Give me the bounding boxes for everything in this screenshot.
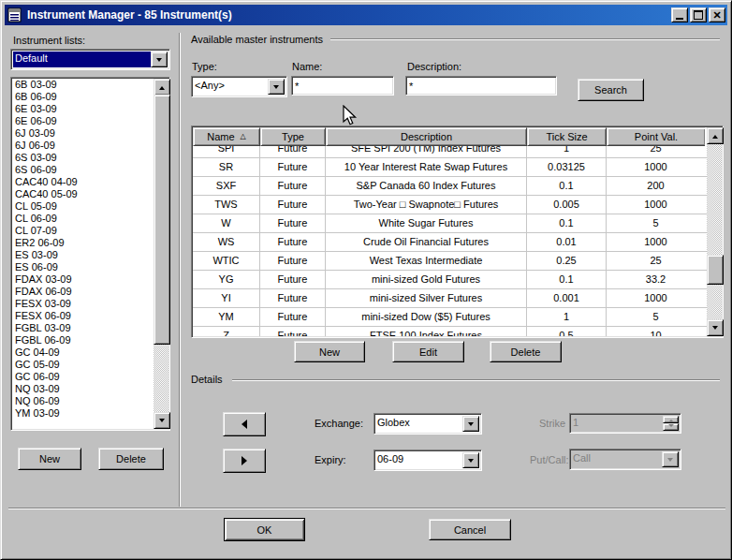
- list-item[interactable]: FESX 06-09: [12, 310, 154, 322]
- instrument-list-dropdown-button[interactable]: [151, 52, 168, 67]
- description-field-wrap: [405, 76, 557, 96]
- exchange-selected-value: Globex: [377, 416, 462, 432]
- putcall-dropdown-button[interactable]: [662, 451, 679, 467]
- table-row[interactable]: SXF Future S&P Canada 60 Index Futures 0…: [193, 177, 707, 196]
- list-item[interactable]: 6S 06-09: [12, 164, 154, 176]
- column-header-type[interactable]: Type: [260, 127, 326, 146]
- putcall-selected-value: Call: [573, 451, 662, 467]
- table-row[interactable]: WS Future Crude Oil Financial Futures 0.…: [193, 233, 707, 252]
- table-row[interactable]: W Future White Sugar Futures 0.1 5: [193, 214, 707, 233]
- instrument-manager-window: Instrument Manager - 85 Instrument(s) ✕ …: [0, 0, 732, 560]
- close-button[interactable]: ✕: [709, 7, 725, 22]
- search-button[interactable]: Search: [578, 79, 644, 101]
- scroll-down-button[interactable]: [707, 319, 724, 336]
- strike-spinner: 1: [569, 413, 681, 434]
- list-item[interactable]: CAC40 05-09: [12, 188, 154, 200]
- maximize-button[interactable]: [690, 7, 707, 22]
- list-item[interactable]: 6B 03-09: [12, 79, 154, 91]
- list-item[interactable]: FGBL 06-09: [12, 334, 154, 346]
- list-item[interactable]: GC 06-09: [12, 371, 154, 383]
- list-item[interactable]: 6B 06-09: [12, 91, 154, 103]
- exchange-combobox[interactable]: Globex: [373, 413, 482, 435]
- instrument-list-selected-value: Default: [13, 52, 152, 67]
- list-item[interactable]: 6J 03-09: [12, 127, 154, 140]
- scroll-up-button[interactable]: [154, 79, 170, 96]
- list-item[interactable]: ES 06-09: [12, 261, 154, 273]
- list-item[interactable]: CL 07-09: [12, 225, 154, 237]
- list-item[interactable]: GC 05-09: [12, 359, 154, 371]
- putcall-combobox: Call: [569, 449, 681, 470]
- cancel-button[interactable]: Cancel: [429, 519, 511, 540]
- strike-value: 1: [573, 416, 664, 431]
- strike-spin-down-button[interactable]: [663, 423, 679, 431]
- column-header-description[interactable]: Description: [326, 127, 527, 146]
- expiry-combobox[interactable]: 06-09: [373, 449, 482, 471]
- title-bar[interactable]: Instrument Manager - 85 Instrument(s) ✕: [5, 5, 727, 25]
- column-header-pointval[interactable]: Point Val.: [607, 127, 705, 146]
- table-row[interactable]: YG Future mini-sized Gold Futures 0.1 33…: [193, 271, 707, 289]
- list-item[interactable]: CAC40 04-09: [12, 176, 154, 188]
- list-item[interactable]: ER2 06-09: [12, 237, 154, 249]
- scroll-down-button[interactable]: [154, 412, 170, 429]
- column-header-ticksize[interactable]: Tick Size: [527, 127, 607, 146]
- table-delete-button[interactable]: Delete: [490, 341, 562, 362]
- arrow-up-icon: [712, 132, 718, 139]
- list-item[interactable]: 6S 03-09: [12, 152, 154, 164]
- list-item[interactable]: CL 05-09: [12, 200, 154, 213]
- table-scrollbar[interactable]: [707, 127, 722, 336]
- instrument-list-combobox[interactable]: Default: [10, 49, 170, 70]
- details-separator-line: [232, 379, 720, 381]
- type-combobox[interactable]: <Any>: [191, 76, 287, 97]
- list-item[interactable]: 6J 06-09: [12, 140, 154, 152]
- next-instrument-button[interactable]: [223, 449, 266, 473]
- minimize-button[interactable]: [671, 7, 688, 22]
- column-header-name[interactable]: Name △: [193, 127, 260, 146]
- list-delete-button[interactable]: Delete: [98, 448, 164, 470]
- list-item[interactable]: 6E 06-09: [12, 115, 154, 127]
- instrument-lists-label: Instrument lists:: [13, 35, 85, 46]
- table-edit-button[interactable]: Edit: [392, 341, 464, 362]
- list-item[interactable]: FDAX 06-09: [12, 286, 154, 298]
- name-input[interactable]: [295, 79, 390, 93]
- list-item[interactable]: FGBL 03-09: [12, 322, 154, 334]
- arrow-up-icon: [668, 417, 674, 422]
- name-field-wrap: [291, 76, 394, 96]
- table-header-row: Name △ Type Description Tick Size Point …: [193, 127, 707, 146]
- table-row[interactable]: TWS Future Two-Year □ Swapnote□ Futures …: [193, 196, 707, 214]
- previous-instrument-button[interactable]: [223, 412, 266, 436]
- name-label: Name:: [292, 61, 322, 72]
- list-item[interactable]: YM 03-09: [12, 407, 154, 420]
- arrow-down-icon: [712, 326, 718, 332]
- chevron-down-icon: [667, 458, 673, 464]
- scrollbar-thumb[interactable]: [707, 255, 724, 285]
- list-item[interactable]: GC 04-09: [12, 346, 154, 359]
- list-item[interactable]: NQ 03-09: [12, 383, 154, 395]
- list-item[interactable]: ES 03-09: [12, 249, 154, 261]
- strike-spin-up-button[interactable]: [663, 416, 679, 423]
- list-new-button[interactable]: New: [18, 448, 81, 470]
- scrollbar-thumb[interactable]: [154, 95, 170, 345]
- description-input[interactable]: [409, 79, 553, 93]
- table-row[interactable]: WTIC Future West Texas Intermediate 0.25…: [193, 252, 707, 271]
- list-item[interactable]: CL 06-09: [12, 213, 154, 225]
- list-item[interactable]: FESX 03-09: [12, 298, 154, 310]
- table-row[interactable]: YM Future mini-sized Dow ($5) Futures 1 …: [193, 308, 707, 327]
- sort-ascending-icon: △: [241, 133, 246, 140]
- table-new-button[interactable]: New: [294, 341, 365, 362]
- chevron-down-icon: [156, 58, 162, 65]
- table-row-partial-top[interactable]: SPI Future SFE SPI 200 (TM) Index Future…: [193, 146, 707, 158]
- app-icon: [7, 7, 22, 22]
- instrument-list-scrollbar[interactable]: [154, 79, 168, 429]
- list-item[interactable]: 6E 03-09: [12, 103, 154, 115]
- ok-button[interactable]: OK: [224, 518, 305, 541]
- list-item[interactable]: FDAX 03-09: [12, 273, 154, 286]
- table-row-partial-bottom[interactable]: Z Future FTSE 100 Index Futures 0.5 10: [193, 327, 707, 336]
- type-dropdown-button[interactable]: [268, 79, 285, 95]
- table-row[interactable]: SR Future 10 Year Interest Rate Swap Fut…: [193, 158, 707, 177]
- expiry-dropdown-button[interactable]: [462, 452, 479, 468]
- exchange-dropdown-button[interactable]: [462, 416, 479, 432]
- instrument-listbox[interactable]: 6B 03-09 6B 06-09 6E 03-09 6E 06-09 6J 0…: [10, 77, 170, 431]
- table-row[interactable]: YI Future mini-sized Silver Futures 0.00…: [193, 289, 707, 308]
- list-item[interactable]: NQ 06-09: [12, 395, 154, 407]
- scroll-up-button[interactable]: [707, 127, 724, 144]
